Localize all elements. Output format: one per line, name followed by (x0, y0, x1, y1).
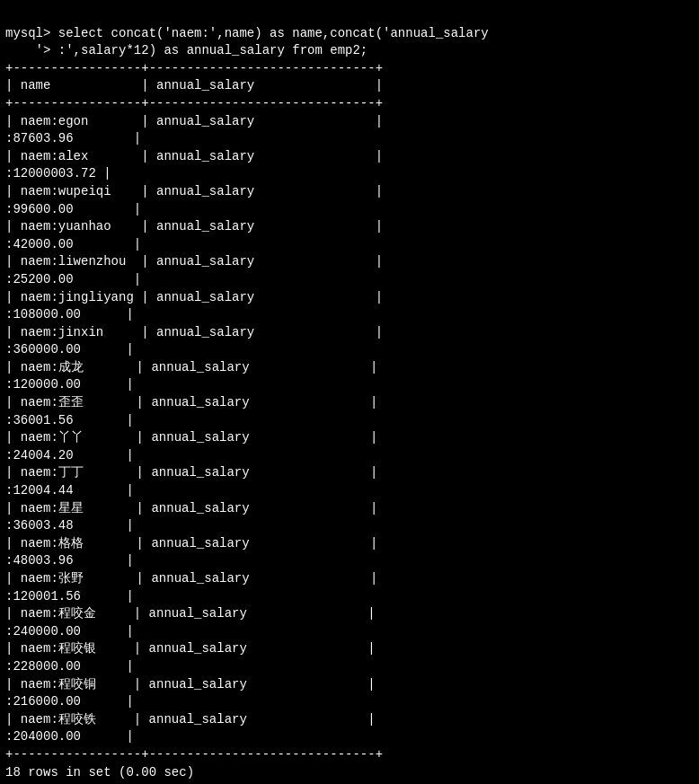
table-row-alex-salary: :12000003.72 | (5, 166, 111, 181)
terminal-window: mysql> select concat('naem:',name) as na… (5, 7, 694, 781)
table-row-xingxing-salary: :36003.48 | (5, 518, 134, 533)
table-row-dingding-salary: :12004.44 | (5, 483, 134, 498)
table-border-header: +-----------------+---------------------… (5, 96, 383, 110)
table-row-yuanhao-salary: :42000.00 | (5, 237, 141, 251)
table-row-egon-salary: :87603.96 | (5, 131, 141, 145)
table-row-chyyaotong-salary: :216000.00 | (5, 694, 134, 709)
table-row-chyyaojin-salary: :240000.00 | (5, 624, 134, 639)
table-row-yaya-name: | naem:丫丫 | annual_salary | (5, 430, 377, 445)
table-row-wupeiqi-salary: :99600.00 | (5, 202, 141, 216)
table-row-wupeiqi-name: | naem:wupeiqi | annual_salary | (5, 184, 383, 198)
table-row-egon-name: | naem:egon | annual_salary | (5, 114, 383, 128)
table-row-jinxin-name: | naem:jinxin | annual_salary | (5, 325, 383, 339)
table-row-xingxing-name: | naem:星星 | annual_salary | (5, 501, 377, 515)
table-row-chyyaotie-salary: :204000.00 | (5, 729, 134, 744)
table-border-top: +-----------------+---------------------… (5, 61, 383, 75)
table-row-chenlong-salary: :120000.00 | (5, 377, 134, 392)
command-line-1: mysql> select concat('naem:',name) as na… (5, 26, 489, 40)
table-row-chyyaoyin-salary: :228000.00 | (5, 659, 134, 674)
table-row-jingliyang-name: | naem:jingliyang | annual_salary | (5, 290, 383, 304)
table-row-jinxin-salary: :360000.00 | (5, 342, 134, 357)
command-line-2: '> :',salary*12) as annual_salary from e… (5, 43, 367, 57)
table-row-dingding-name: | naem:丁丁 | annual_salary | (5, 465, 377, 480)
table-row-chenlong-name: | naem:成龙 | annual_salary | (5, 360, 377, 374)
table-row-gege-name: | naem:格格 | annual_salary | (5, 536, 377, 551)
table-row-chyyaotong-name: | naem:程咬铜 | annual_salary | (5, 677, 376, 692)
result-summary: 18 rows in set (0.00 sec) (5, 765, 194, 780)
table-row-chyyaoyin-name: | naem:程咬银 | annual_salary | (5, 641, 376, 656)
table-row-yaya-salary: :24004.20 | (5, 448, 134, 462)
table-row-jingliyang-salary: :108000.00 | (5, 307, 134, 322)
table-row-yuanhao-name: | naem:yuanhao | annual_salary | (5, 219, 383, 233)
table-row-zhangye-salary: :120001.56 | (5, 589, 134, 603)
table-row-zhangye-name: | naem:张野 | annual_salary | (5, 571, 377, 586)
table-row-waiwai-name: | naem:歪歪 | annual_salary | (5, 395, 377, 410)
table-row-chyyaojin-name: | naem:程咬金 | annual_salary | (5, 606, 376, 621)
table-row-liwenzhou-name: | naem:liwenzhou | annual_salary | (5, 254, 383, 269)
table-header: | name | annual_salary | (5, 78, 383, 92)
table-row-waiwai-salary: :36001.56 | (5, 413, 134, 427)
table-row-alex-name: | naem:alex | annual_salary | (5, 149, 383, 163)
table-row-chyyaotie-name: | naem:程咬铁 | annual_salary | (5, 712, 376, 727)
table-row-gege-salary: :48003.96 | (5, 553, 134, 568)
table-row-liwenzhou-salary: :25200.00 | (5, 272, 141, 286)
table-border-bottom: +-----------------+---------------------… (5, 747, 383, 762)
